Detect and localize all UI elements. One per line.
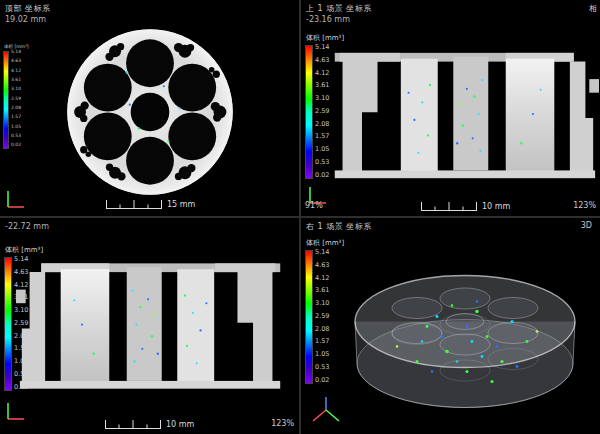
legend-values: 5.144.634.123.613.102.592.081.571.050.53… bbox=[11, 50, 21, 148]
scale-bar: 10 mm bbox=[421, 202, 510, 211]
legend-title: 体积 [mm³] bbox=[306, 33, 344, 43]
legend-value: 3.10 bbox=[11, 87, 21, 92]
three-d-view-quadrant[interactable]: 右 1 场景 坐标系 3D 体积 [mm³] 5.144.634.123.613… bbox=[301, 218, 600, 434]
view-title: 右 1 场景 坐标系 bbox=[306, 221, 372, 232]
view-title: 上 1 场景 坐标系 bbox=[306, 3, 372, 14]
side-view-quadrant[interactable]: -22.72 mm 体积 [mm³] 5.144.634.123.613.102… bbox=[0, 218, 299, 434]
axis-indicator-icon bbox=[5, 400, 27, 422]
legend-colorbar bbox=[4, 52, 8, 148]
zoom-level-right: 123% bbox=[271, 419, 294, 428]
ruler-icon bbox=[421, 202, 477, 211]
front-view-quadrant[interactable]: 上 1 场景 坐标系 相 -23.16 mm 体积 [mm³] 5.144.63… bbox=[301, 0, 600, 216]
ct-slice-top[interactable] bbox=[58, 20, 242, 204]
ct-slice-side[interactable] bbox=[16, 256, 288, 398]
scale-bar: 10 mm bbox=[105, 420, 194, 429]
view-title: 顶部 坐标系 bbox=[5, 3, 51, 14]
zoom-level-right: 123% bbox=[573, 201, 596, 210]
legend-value: 0.53 bbox=[11, 134, 21, 139]
axis-triad-icon bbox=[309, 394, 343, 426]
zoom-level-left: 91% bbox=[305, 201, 323, 210]
axis-indicator-icon bbox=[5, 188, 27, 210]
view-mode-label: 相 bbox=[589, 3, 597, 14]
legend-value: 1.05 bbox=[11, 125, 21, 130]
slice-position: -22.72 mm bbox=[5, 222, 49, 231]
legend-value: 2.08 bbox=[11, 106, 21, 111]
ruler-icon bbox=[106, 200, 162, 209]
legend-value: 0.02 bbox=[11, 143, 21, 148]
ct-slice-front[interactable] bbox=[327, 46, 599, 187]
legend-value: 2.59 bbox=[11, 97, 21, 102]
ruler-icon bbox=[105, 420, 161, 429]
scale-label: 10 mm bbox=[166, 420, 194, 429]
legend-value: 4.12 bbox=[11, 69, 21, 74]
scale-bar: 15 mm bbox=[106, 200, 195, 209]
legend-colorbar bbox=[306, 251, 312, 383]
ct-3d-rendering[interactable] bbox=[327, 240, 597, 428]
legend-value: 3.61 bbox=[11, 78, 21, 83]
scale-label: 15 mm bbox=[167, 200, 195, 209]
slice-position: 19.02 mm bbox=[5, 15, 46, 24]
legend-colorbar bbox=[306, 46, 312, 178]
slice-position: -23.16 mm bbox=[306, 15, 350, 24]
view-mode-label: 3D bbox=[581, 221, 592, 230]
legend-colorbar bbox=[5, 258, 11, 390]
legend-title: 体积 [mm³] bbox=[5, 245, 43, 255]
volume-legend: 体积 [mm³] 5.144.634.123.613.102.592.081.5… bbox=[4, 44, 29, 148]
top-view-quadrant[interactable]: 顶部 坐标系 19.02 mm 体积 [mm³] 5.144.634.123.6… bbox=[0, 0, 299, 216]
legend-value: 1.57 bbox=[11, 115, 21, 120]
legend-value: 5.14 bbox=[11, 50, 21, 55]
legend-value: 4.63 bbox=[11, 59, 21, 64]
scale-label: 10 mm bbox=[482, 202, 510, 211]
ct-analysis-app: 顶部 坐标系 19.02 mm 体积 [mm³] 5.144.634.123.6… bbox=[0, 0, 600, 434]
